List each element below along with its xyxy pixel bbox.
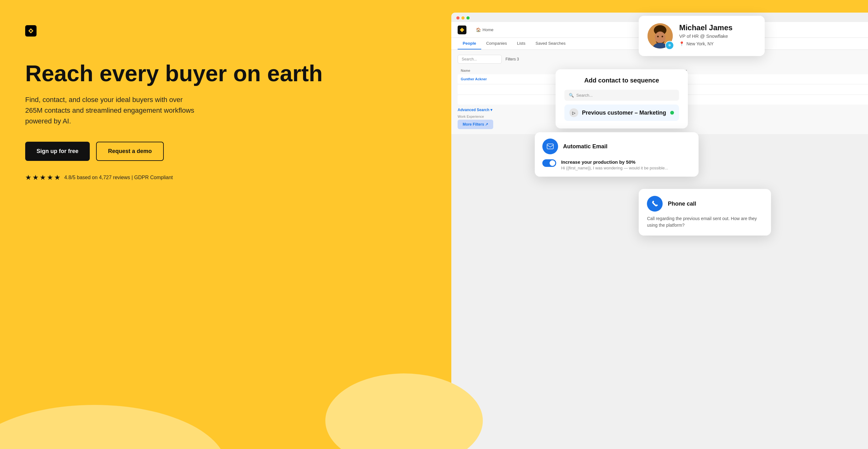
close-dot[interactable] [456,17,460,20]
phone-label: Phone call [668,200,696,207]
phone-header: Phone call [647,196,763,212]
location-icon: 📍 [679,41,684,46]
play-icon: ▷ [572,110,576,115]
home-icon: 🏠 [476,27,481,32]
email-card: Automatic Email Increase your production… [535,132,699,177]
cta-buttons: Sign up for free Request a demo [25,142,432,161]
more-filters-button[interactable]: More Filters ↗ [458,120,493,129]
svg-point-0 [0,405,227,449]
star-4: ★ [47,173,53,182]
toggle-knob [550,160,555,166]
minimize-dot[interactable] [461,17,465,20]
email-icon [542,138,558,154]
sequence-item[interactable]: ▷ Previous customer – Marketing [564,104,679,121]
demo-button[interactable]: Request a demo [96,142,164,161]
email-label: Automatic Email [563,143,608,150]
tab-saved-searches[interactable]: Saved Searches [530,38,570,50]
sequence-play-icon: ▷ [569,108,578,117]
dropdown-icon: ▾ [490,108,492,112]
row-company: Shopify [676,98,868,102]
email-subject: Increase your production by 50% [561,159,691,165]
phone-description: Call regarding the previous email sent o… [647,215,763,229]
logo [25,25,432,36]
snowflake-badge: ❄ [665,41,674,50]
search-bar[interactable]: Search... [458,55,502,64]
profile-info: Michael James VP of HR @ Snowflake 📍 New… [679,23,756,46]
row-company: Hubspot [673,88,868,91]
signup-button[interactable]: Sign up for free [25,142,90,161]
hero-right: 🏠 Home People Companies Lists Saved Sear… [451,0,868,449]
search-row: Search... Filters 3 [458,55,868,64]
phone-card: Phone call Call regarding the previous e… [639,189,771,235]
hero-left: Reach every buyer on earth Find, contact… [0,0,451,449]
search-placeholder: Search... [576,93,593,98]
row-company: Google [676,77,868,81]
snowflake-icon: ❄ [668,43,671,47]
profile-card: ❄ Michael James VP of HR @ Snowflake 📍 N… [639,16,765,56]
nav-item-home[interactable]: 🏠 Home [476,27,494,32]
filters-label[interactable]: Filters 3 [505,57,519,61]
page-wrapper: Reach every buyer on earth Find, contact… [0,0,868,449]
star-3: ★ [40,173,46,182]
social-proof: ★ ★ ★ ★ ★ 4.8/5 based on 4,727 reviews |… [25,173,432,182]
sequence-label: Previous customer – Marketing [582,109,666,116]
email-detail-row: Increase your production by 50% Hi {{fir… [542,159,691,170]
svg-rect-6 [547,144,553,149]
tab-companies[interactable]: Companies [481,38,512,50]
tab-people[interactable]: People [458,38,481,50]
profile-name: Michael James [679,23,756,32]
sequence-search[interactable]: 🔍 Search... [564,90,679,101]
advanced-search-label: Advanced Search [458,108,490,112]
svg-point-4 [657,36,659,37]
main-subheadline: Find, contact, and close your ideal buye… [25,94,202,127]
star-2: ★ [32,173,39,182]
star-1: ★ [25,173,31,182]
maximize-dot[interactable] [466,17,470,20]
tab-lists[interactable]: Lists [512,38,531,50]
sequence-title: Add contact to sequence [564,77,679,84]
logo-icon [25,25,36,36]
sequence-card: Add contact to sequence 🔍 Search... ▷ Pr… [556,69,688,128]
main-headline: Reach every buyer on earth [25,62,432,86]
phone-icon [647,196,663,212]
active-indicator [670,111,674,115]
app-logo [458,26,466,34]
profile-title: VP of HR @ Snowflake [679,33,756,39]
toggle-switch[interactable] [542,159,556,167]
profile-avatar: ❄ [648,23,673,49]
star-rating: ★ ★ ★ ★ ★ [25,173,60,182]
search-icon: 🔍 [569,93,574,98]
rating-text: 4.8/5 based on 4,727 reviews | GDPR Comp… [64,175,173,181]
email-preview: Hi {{first_name}}, I was wondering — wou… [561,166,691,170]
email-header-row: Automatic Email [542,138,691,154]
col-company: Company [671,69,868,72]
location-text: New York, NY [686,41,713,46]
svg-point-5 [662,36,663,37]
star-5: ★ [54,173,60,182]
email-detail: Increase your production by 50% Hi {{fir… [561,159,691,170]
profile-location: 📍 New York, NY [679,41,756,46]
